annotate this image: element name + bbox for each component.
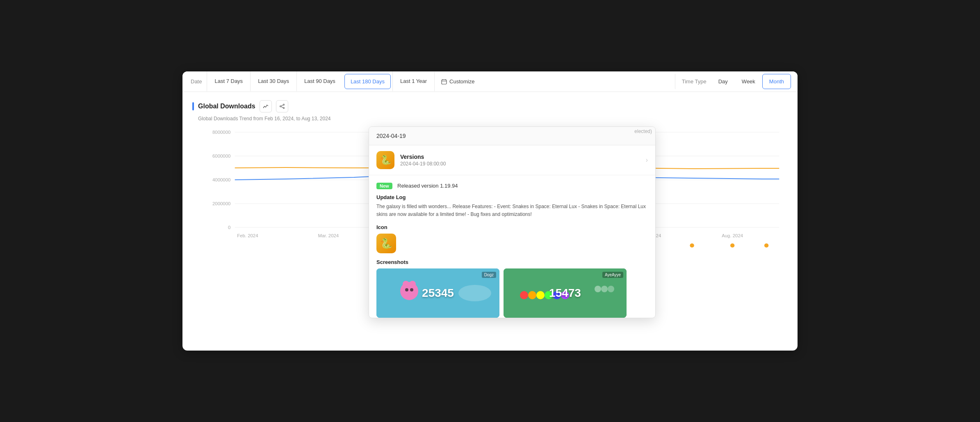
svg-point-53 xyxy=(608,286,614,292)
popup-date: 2024-04-19 xyxy=(376,133,406,139)
svg-point-45 xyxy=(520,291,528,299)
version-title: Versions xyxy=(400,154,646,160)
popup-header: 2024-04-19 xyxy=(369,127,655,145)
svg-point-52 xyxy=(601,286,608,292)
line-chart-icon xyxy=(263,103,269,109)
selected-label: elected) xyxy=(631,127,655,136)
svg-text:8000000: 8000000 xyxy=(212,130,230,135)
calendar-icon xyxy=(441,79,447,85)
chart-header: Global Downloads xyxy=(192,100,788,112)
screenshot-1-number: 25345 xyxy=(422,287,454,300)
app-icon: 🐍 xyxy=(376,151,394,169)
filter-bar: Date Last 7 Days Last 30 Days Last 90 Da… xyxy=(182,71,798,92)
svg-point-46 xyxy=(528,291,536,299)
tab-month[interactable]: Month xyxy=(762,74,791,89)
new-badge: New xyxy=(376,183,392,189)
time-type-section: Time Type Day Week Month xyxy=(675,74,791,89)
version-datetime: 2024-04-19 08:00:00 xyxy=(400,161,646,167)
svg-point-51 xyxy=(595,286,601,292)
svg-text:2000000: 2000000 xyxy=(212,201,230,206)
screenshots-title: Screenshots xyxy=(376,259,648,265)
tab-last90[interactable]: Last 90 Days xyxy=(296,71,343,92)
screenshot-1: 25345 Dogz xyxy=(376,268,499,318)
chart-section: Global Downloads Global Downloads Trend … xyxy=(182,92,798,285)
tab-last180[interactable]: Last 180 Days xyxy=(344,74,391,89)
chart-title: Global Downloads xyxy=(198,103,255,110)
chart-type-line-btn[interactable] xyxy=(260,100,272,112)
icon-preview: 🐍 xyxy=(376,234,396,253)
tab-last1year[interactable]: Last 1 Year xyxy=(392,71,434,92)
svg-point-40 xyxy=(403,281,409,287)
popup-scroll-content: New Released version 1.19.94 Update Log … xyxy=(369,175,655,318)
date-label: Date xyxy=(189,78,207,85)
update-log-title: Update Log xyxy=(376,194,648,200)
version-row[interactable]: 🐍 Versions 2024-04-19 08:00:00 › xyxy=(369,145,655,175)
tab-last30[interactable]: Last 30 Days xyxy=(250,71,296,92)
svg-text:Mar. 2024: Mar. 2024 xyxy=(318,233,339,238)
screenshot-2: 15473 AyeAyye xyxy=(504,268,627,318)
svg-point-41 xyxy=(409,281,416,287)
chevron-right-icon: › xyxy=(646,156,648,164)
chart-subtitle: Global Downloads Trend from Feb 16, 2024… xyxy=(198,116,788,122)
tab-last7[interactable]: Last 7 Days xyxy=(207,71,250,92)
svg-point-31 xyxy=(764,243,768,248)
svg-point-30 xyxy=(730,243,734,248)
tab-day[interactable]: Day xyxy=(711,74,735,89)
screenshot-1-tag: Dogz xyxy=(482,272,496,278)
svg-line-8 xyxy=(281,107,283,108)
chart-type-other-btn[interactable] xyxy=(276,100,288,112)
svg-text:Feb. 2024: Feb. 2024 xyxy=(237,233,258,238)
svg-text:0: 0 xyxy=(228,225,230,230)
svg-point-38 xyxy=(458,285,491,301)
chart-wrapper: 8000000 6000000 4000000 2000000 0 xyxy=(192,126,788,278)
update-log-text: The galaxy is filled with wonders... Rel… xyxy=(376,203,648,218)
chart-title-bar xyxy=(192,102,194,110)
svg-text:4000000: 4000000 xyxy=(212,177,230,182)
release-row: New Released version 1.19.94 xyxy=(376,182,648,189)
released-text: Released version 1.19.94 xyxy=(397,183,458,189)
svg-rect-0 xyxy=(442,80,447,84)
svg-point-29 xyxy=(690,243,694,248)
svg-text:Aug. 2024: Aug. 2024 xyxy=(722,233,743,238)
screenshot-2-tag: AyeAyye xyxy=(602,272,623,278)
main-container: Date Last 7 Days Last 30 Days Last 90 Da… xyxy=(182,71,798,351)
tab-week[interactable]: Week xyxy=(735,74,762,89)
svg-line-7 xyxy=(281,105,283,106)
svg-point-43 xyxy=(410,288,413,291)
icon-section-title: Icon xyxy=(376,224,648,230)
svg-point-42 xyxy=(405,288,408,291)
svg-point-4 xyxy=(280,106,281,107)
screenshots-row: 25345 Dogz xyxy=(376,268,648,318)
svg-point-6 xyxy=(283,108,284,109)
version-info: Versions 2024-04-19 08:00:00 xyxy=(400,154,646,167)
popup-panel: elected) 2024-04-19 🐍 Versions 2024-04-1… xyxy=(369,126,656,318)
svg-point-47 xyxy=(536,291,545,299)
svg-point-5 xyxy=(283,104,284,106)
time-type-label: Time Type xyxy=(682,78,711,85)
svg-text:6000000: 6000000 xyxy=(212,154,230,158)
popup-body[interactable]: 🐍 Versions 2024-04-19 08:00:00 › New xyxy=(369,145,655,318)
share-icon xyxy=(279,103,285,109)
customize-tab[interactable]: Customize xyxy=(434,72,481,91)
customize-label: Customize xyxy=(449,78,474,85)
screenshot-2-number: 15473 xyxy=(549,287,581,300)
